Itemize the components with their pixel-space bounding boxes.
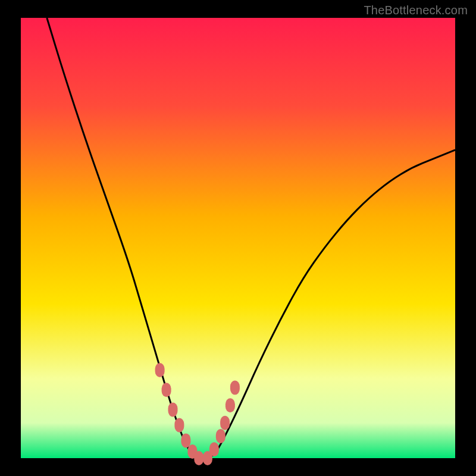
curve-marker: [230, 381, 240, 395]
curve-marker: [226, 398, 235, 412]
chart-stage: TheBottleneck.com: [0, 0, 476, 476]
curve-marker: [174, 418, 184, 433]
watermark-text: TheBottleneck.com: [364, 4, 468, 17]
bottleneck-chart: [0, 0, 476, 476]
curve-marker: [220, 416, 230, 430]
curve-marker: [162, 383, 171, 397]
curve-marker: [216, 429, 226, 443]
curve-marker: [194, 451, 203, 465]
curve-marker: [168, 403, 178, 417]
curve-marker: [209, 442, 219, 456]
curve-marker: [155, 363, 165, 377]
curve-marker: [181, 433, 190, 447]
